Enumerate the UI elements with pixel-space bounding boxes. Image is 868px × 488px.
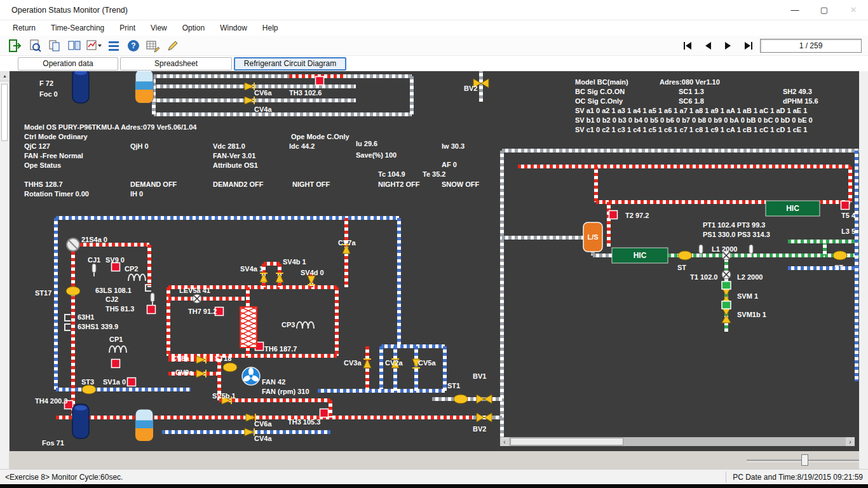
diagram-label: Iu 29.6 xyxy=(356,140,377,147)
ls-symbol: L/S xyxy=(583,222,602,252)
menu-view[interactable]: View xyxy=(151,24,167,32)
grid-edit-button[interactable] xyxy=(143,37,163,54)
valve-r-symbol xyxy=(245,428,254,436)
first-page-button[interactable] xyxy=(677,37,698,54)
diagram-label: SV4a 1 xyxy=(240,265,263,273)
diagram-label: BV1 xyxy=(473,372,486,380)
diagram-label: Te 35.2 xyxy=(423,170,446,178)
oval-symbol xyxy=(678,251,692,260)
last-page-button[interactable] xyxy=(738,37,759,54)
scroll-left-icon[interactable]: ‹ xyxy=(500,437,509,446)
cyl-navy-symbol xyxy=(72,71,89,103)
maximize-button[interactable]: ▢ xyxy=(810,0,839,20)
prev-page-button[interactable] xyxy=(698,37,718,54)
diagram-label: T5 4 xyxy=(841,212,856,219)
menu-help[interactable]: Help xyxy=(262,24,278,32)
diagram-label: ST xyxy=(834,264,843,271)
diagram-label: TH5 81.3 xyxy=(105,305,134,313)
pages-button[interactable] xyxy=(64,37,84,54)
scroll-right-icon[interactable]: › xyxy=(846,437,855,446)
diagram-label: L2 2000 xyxy=(737,273,763,281)
diagram-label: CJ2 xyxy=(105,295,118,303)
vertical-scroll-thumb[interactable] xyxy=(1,84,8,141)
diagram-label: Model OS PURY-P96TKMU-A Adres:079 Ver5.0… xyxy=(24,123,197,131)
svg-text:HIC: HIC xyxy=(634,251,647,260)
oval-symbol xyxy=(454,395,468,403)
annotate-button[interactable] xyxy=(163,37,182,54)
diagram-label: TH3 102.6 xyxy=(289,89,322,97)
oval-symbol xyxy=(223,363,237,372)
tab-bar: Operation dataSpreadsheetRefrigerant Cir… xyxy=(0,56,868,71)
therm-symbol xyxy=(151,293,154,306)
diagram-label: SV4b 1 xyxy=(283,258,306,266)
diagram-label: Attribute OS1 xyxy=(213,161,258,169)
diagram-label: CJ1 xyxy=(88,256,100,264)
diagram-label: Ope Status xyxy=(24,161,61,169)
menu-time-searching[interactable]: Time-Searching xyxy=(51,24,104,32)
diagram-label: T2 97.2 xyxy=(625,212,649,219)
close-button[interactable]: ✕ xyxy=(839,0,868,20)
valve-d-symbol xyxy=(308,276,315,285)
help-button[interactable]: ? xyxy=(123,37,143,54)
diagram-label: DEMAND OFF xyxy=(130,180,177,188)
diagram-label: PT1 102.4 PT3 99.3 xyxy=(703,221,765,229)
menu-window[interactable]: Window xyxy=(220,24,247,32)
diagram-label: CP1 xyxy=(109,336,123,343)
fan-symbol xyxy=(242,367,260,385)
copy-button[interactable] xyxy=(44,37,64,54)
left-vertical-scrollbar[interactable]: ▲ xyxy=(0,71,10,469)
diagram-label: Ctrl Mode Ordinary xyxy=(24,133,88,140)
exit-button[interactable] xyxy=(5,37,25,54)
diagram-label: OC Sig C.Only xyxy=(575,97,623,105)
bottom-black-strip xyxy=(0,484,868,488)
diagram-horizontal-scrollbar[interactable]: ‹ › xyxy=(500,437,855,446)
diagram-label: SV4d 0 xyxy=(301,269,324,276)
sq-red-symbol xyxy=(112,360,120,368)
diagram-label: dPHM 15.6 xyxy=(783,97,818,105)
sq-red-symbol xyxy=(128,378,136,386)
refrigerant-circuit-diagram: HICHICL/SF 72Foc 0CV6aCV4aTH3 102.6BV2Mo… xyxy=(10,71,859,451)
tab-spreadsheet[interactable]: Spreadsheet xyxy=(120,57,232,71)
svg-text:HIC: HIC xyxy=(786,204,799,213)
bowtie-h-symbol xyxy=(477,395,492,403)
menu-print[interactable]: Print xyxy=(119,24,135,32)
tab-refrigerant-circuit-diagram[interactable]: Refrigerant Circuit Diagram xyxy=(234,57,346,71)
menu-option[interactable]: Option xyxy=(182,24,205,32)
diagram-label: BC Sig C.O.ON xyxy=(575,88,625,95)
diagram-label: CV9a xyxy=(175,369,193,376)
fourway-symbol xyxy=(67,238,79,251)
diagram-label: Idc 44.2 xyxy=(289,142,315,150)
tab-operation-data[interactable]: Operation data xyxy=(18,57,118,71)
app-window: Operation Status Monitor (Trend) —▢✕ Ret… xyxy=(0,0,868,488)
window-controls: —▢✕ xyxy=(780,0,868,20)
diagram-label: IH 0 xyxy=(130,190,143,198)
menu-bar: ReturnTime-SearchingPrintViewOptionWindo… xyxy=(0,20,868,36)
diagram-label: Rotation Timer 0.00 xyxy=(24,190,89,198)
sq-green-symbol xyxy=(722,301,731,309)
diagram-label: SC6 1.8 xyxy=(679,97,704,105)
diagram-label: SVM 1 xyxy=(737,292,758,300)
status-datetime: PC Date and Time:8/19/2015 09:21:59 xyxy=(726,471,863,483)
diagram-label: ST3 xyxy=(81,378,94,386)
oval-symbol xyxy=(833,251,847,260)
next-page-button[interactable] xyxy=(718,37,738,54)
minimize-button[interactable]: — xyxy=(780,0,810,20)
diagram-label: SV a1 0 a2 1 a3 1 a4 1 a5 1 a6 1 a7 1 a8… xyxy=(575,107,807,114)
chart-select-button[interactable] xyxy=(84,37,104,54)
page-indicator[interactable]: 1 / 259 xyxy=(760,39,862,53)
diagram-label: DEMAND2 OFF xyxy=(213,180,264,188)
scroll-up-icon[interactable]: ▲ xyxy=(0,71,10,81)
coil-symbol xyxy=(128,274,146,281)
diagram-label: Save(%) 100 xyxy=(356,151,397,159)
valve-r-symbol xyxy=(245,83,254,90)
zoom-slider-handle[interactable] xyxy=(801,454,808,466)
zoom-document-button[interactable] xyxy=(25,37,44,54)
hex-symbol xyxy=(240,302,257,350)
diagram-label: ST18 xyxy=(215,355,231,362)
diagram-label: TH6 187.7 xyxy=(264,345,297,353)
horizontal-scroll-thumb[interactable] xyxy=(510,438,623,445)
menu-return[interactable]: Return xyxy=(13,24,36,32)
diagram-label: SV1a 0 xyxy=(103,378,126,386)
sq-green-symbol xyxy=(722,281,731,289)
list-view-button[interactable] xyxy=(104,37,123,54)
